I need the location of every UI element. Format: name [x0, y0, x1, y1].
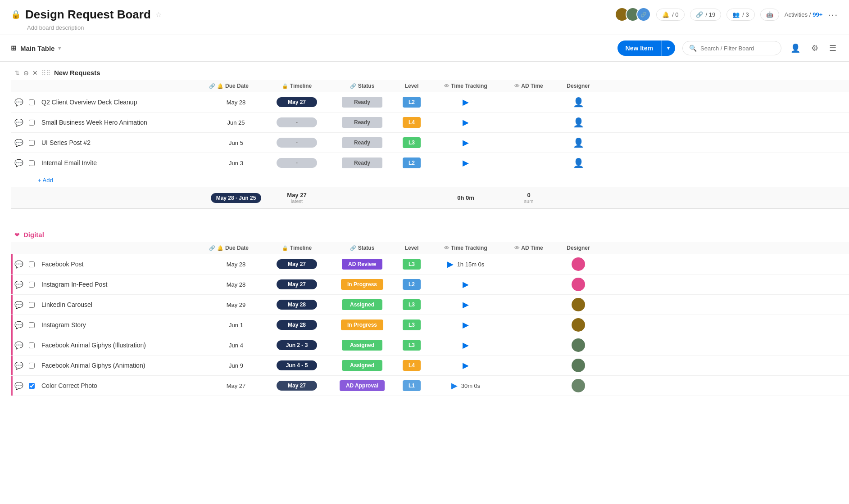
comment-button[interactable]: 💬: [13, 361, 25, 370]
col-status[interactable]: 🔗 Status: [331, 83, 394, 89]
row-status[interactable]: In Progress: [331, 320, 394, 330]
filter-icon[interactable]: ☰: [827, 41, 838, 55]
comment-button[interactable]: 💬: [13, 118, 25, 127]
more-options-button[interactable]: ···: [828, 9, 838, 20]
link-status-icon-d: 🔗: [350, 245, 356, 251]
row-checkbox[interactable]: [25, 99, 38, 105]
integrations-stat[interactable]: 🤖: [760, 9, 779, 21]
board-description[interactable]: Add board description: [27, 24, 838, 31]
row-status[interactable]: Ready: [331, 97, 394, 108]
level-label-d: Level: [405, 245, 419, 251]
row-timeline: May 28: [263, 320, 331, 330]
search-input[interactable]: [700, 45, 775, 52]
lock-col-icon-d: 🔒: [282, 245, 288, 251]
main-table-label: Main Table: [20, 45, 54, 52]
row-status[interactable]: Assigned: [331, 360, 394, 371]
comment-button[interactable]: 💬: [13, 159, 25, 167]
new-item-dropdown-button[interactable]: ▾: [661, 40, 675, 56]
comment-button[interactable]: 💬: [13, 301, 25, 309]
row-checkbox[interactable]: [25, 140, 38, 146]
star-icon[interactable]: ☆: [155, 10, 162, 19]
play-button[interactable]: ▶: [463, 138, 469, 148]
members-stat[interactable]: 👥 / 3: [726, 9, 754, 21]
links-stat[interactable]: 🔗 / 19: [690, 9, 722, 21]
group-drag-handle[interactable]: ⠿⠿: [41, 69, 50, 76]
sort-arrows-icon[interactable]: ⇅: [14, 69, 20, 76]
col-timeline-d[interactable]: 🔒 Timeline: [263, 245, 331, 251]
play-button[interactable]: ▶: [463, 360, 469, 370]
play-button[interactable]: ▶: [451, 381, 458, 391]
activities-button[interactable]: Activities / 99+: [785, 11, 823, 18]
row-checkbox[interactable]: [25, 383, 38, 389]
avatars-group[interactable]: 🔗: [615, 7, 651, 22]
comment-button[interactable]: 💬: [13, 98, 25, 107]
row-checkbox[interactable]: [25, 363, 38, 369]
col-due-date-d[interactable]: 🔗 🔔 Due Date: [209, 245, 263, 251]
comment-button[interactable]: 💬: [13, 280, 25, 289]
play-button[interactable]: ▶: [463, 158, 469, 168]
play-button[interactable]: ▶: [463, 279, 469, 289]
row-checkbox[interactable]: [25, 282, 38, 288]
designer-avatar: [572, 278, 585, 291]
row-level: L3: [394, 299, 430, 310]
row-status[interactable]: Ready: [331, 158, 394, 168]
row-status[interactable]: In Progress: [331, 279, 394, 290]
row-time-tracking: ▶: [430, 340, 502, 350]
col-status-d[interactable]: 🔗 Status: [331, 245, 394, 251]
row-timeline: -: [263, 117, 331, 127]
table-row: 💬 Instagram In-Feed Post May 28 May 27 I…: [11, 274, 849, 295]
play-button[interactable]: ▶: [463, 300, 469, 310]
avatar-3[interactable]: 🔗: [636, 7, 651, 22]
row-status[interactable]: AD Approval: [331, 380, 394, 391]
row-timeline: May 28: [263, 300, 331, 310]
play-button[interactable]: ▶: [463, 97, 469, 107]
status-badge: Ready: [342, 117, 382, 128]
row-status[interactable]: Assigned: [331, 299, 394, 310]
play-button[interactable]: ▶: [447, 259, 454, 269]
row-item-name: Color Correct Photo: [38, 382, 209, 389]
notifications-stat[interactable]: 🔔 / 0: [656, 9, 684, 21]
main-table-button[interactable]: ⊞ Main Table ▾: [11, 44, 61, 52]
row-status[interactable]: Ready: [331, 137, 394, 148]
settings-icon[interactable]: ⚙: [809, 41, 820, 55]
col-ad-time[interactable]: 👁 AD Time: [502, 83, 556, 89]
comment-button[interactable]: 💬: [13, 139, 25, 147]
row-checkbox[interactable]: [25, 342, 38, 348]
col-ad-time-d[interactable]: 👁 AD Time: [502, 245, 556, 251]
due-date-label: Due Date: [225, 83, 249, 89]
col-timeline[interactable]: 🔒 Timeline: [263, 83, 331, 89]
row-checkbox[interactable]: [25, 322, 38, 328]
col-due-date[interactable]: 🔗 🔔 Due Date: [209, 83, 263, 89]
new-item-button[interactable]: New Item: [617, 40, 661, 56]
comment-button[interactable]: 💬: [13, 260, 25, 269]
row-status[interactable]: Ready: [331, 117, 394, 128]
play-button[interactable]: ▶: [463, 117, 469, 127]
row-checkbox[interactable]: [25, 160, 38, 166]
col-time-tracking[interactable]: 👁 Time Tracking: [430, 83, 502, 89]
summary-date-range: May 28 - Jun 25: [209, 193, 263, 203]
user-icon[interactable]: 👤: [789, 41, 802, 55]
search-filter-box[interactable]: 🔍: [682, 41, 781, 55]
row-status[interactable]: AD Review: [331, 259, 394, 270]
comment-button[interactable]: 💬: [13, 341, 25, 350]
row-item-name: UI Series Post #2: [38, 139, 209, 146]
row-checkbox[interactable]: [25, 120, 38, 126]
lock-col-icon: 🔒: [282, 83, 288, 89]
row-status[interactable]: Assigned: [331, 340, 394, 351]
row-due-date: May 28: [209, 99, 263, 106]
row-timeline: -: [263, 138, 331, 148]
links-count: / 19: [706, 11, 716, 18]
row-timeline: Jun 2 - 3: [263, 340, 331, 350]
row-timeline: -: [263, 158, 331, 168]
row-checkbox[interactable]: [25, 302, 38, 308]
play-button[interactable]: ▶: [463, 320, 469, 330]
row-checkbox[interactable]: [25, 261, 38, 267]
group-close-button[interactable]: ✕: [32, 69, 38, 76]
add-item-button[interactable]: + Add: [11, 173, 849, 187]
comment-button[interactable]: 💬: [13, 321, 25, 329]
play-button[interactable]: ▶: [463, 340, 469, 350]
col-time-tracking-d[interactable]: 👁 Time Tracking: [430, 245, 502, 251]
comment-button[interactable]: 💬: [13, 382, 25, 390]
row-due-date: Jun 1: [209, 322, 263, 328]
group-collapse-button[interactable]: ⊖: [23, 69, 29, 76]
